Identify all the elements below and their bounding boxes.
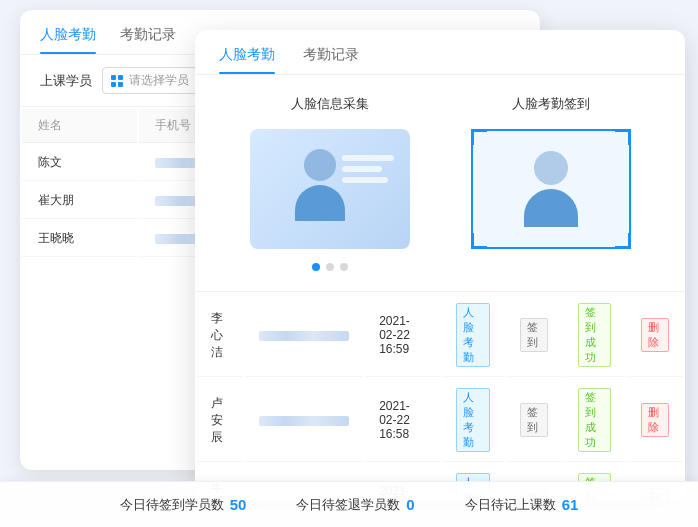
face-checkin-panel: 人脸考勤签到 <box>440 95 661 271</box>
checkin-title: 人脸考勤签到 <box>512 95 590 113</box>
grid-icon <box>111 75 123 87</box>
avatar-body <box>524 189 578 227</box>
stat-class-value: 61 <box>562 496 579 513</box>
col-name: 姓名 <box>22 109 137 143</box>
student-select[interactable]: 请选择学员 <box>102 67 198 94</box>
corner-tr <box>615 129 631 145</box>
id-line <box>342 155 394 161</box>
dots-indicator <box>312 263 348 271</box>
stat-signout-value: 0 <box>406 496 414 513</box>
front-tab-face[interactable]: 人脸考勤 <box>219 46 275 74</box>
avatar-head <box>304 149 336 181</box>
cell-action: 签到 <box>506 294 562 377</box>
stat-signout: 今日待签退学员数 0 <box>296 496 414 514</box>
front-table: 李心洁 2021-02-22 16:59 人脸考勤 签到 签到成功 删除 卢安辰… <box>195 292 685 500</box>
cell-action: 签到 <box>506 379 562 462</box>
footer: 今日待签到学员数 50 今日待签退学员数 0 今日待记上课数 61 <box>0 481 698 527</box>
stat-signout-label: 今日待签退学员数 <box>296 496 400 514</box>
face-collect-panel: 人脸信息采集 <box>219 95 440 271</box>
back-tab-record[interactable]: 考勤记录 <box>120 26 176 54</box>
table-row: 李心洁 2021-02-22 16:59 人脸考勤 签到 签到成功 删除 <box>197 294 683 377</box>
front-table-wrap: 李心洁 2021-02-22 16:59 人脸考勤 签到 签到成功 删除 卢安辰… <box>195 291 685 500</box>
cell-status: 签到成功 <box>564 379 625 462</box>
dot-inactive <box>326 263 334 271</box>
dot-inactive <box>340 263 348 271</box>
avatar-collect <box>290 149 350 229</box>
cell-time: 2021-02-22 16:59 <box>365 294 440 377</box>
cell-name: 卢安辰 <box>197 379 243 462</box>
corner-br <box>615 233 631 249</box>
stat-signin-value: 50 <box>230 496 247 513</box>
dot-active <box>312 263 320 271</box>
avatar-body <box>295 185 345 221</box>
avatar-checkin <box>524 151 578 227</box>
id-line <box>342 177 388 183</box>
cell-status: 签到成功 <box>564 294 625 377</box>
id-line <box>342 166 382 172</box>
collect-title: 人脸信息采集 <box>291 95 369 113</box>
cell-name: 王晓晓 <box>22 221 137 257</box>
back-tab-face[interactable]: 人脸考勤 <box>40 26 96 54</box>
main-container: 人脸考勤 考勤记录 上课学员 请选择学员 选择时间 姓名 手机号 考勤时间 <box>0 0 698 527</box>
stat-class-label: 今日待记上课数 <box>465 496 556 514</box>
corner-bl <box>471 233 487 249</box>
cell-name: 陈文 <box>22 145 137 181</box>
corner-tl <box>471 129 487 145</box>
cell-delete[interactable]: 删除 <box>627 379 683 462</box>
cell-method: 人脸考勤 <box>442 379 503 462</box>
cell-name: 李心洁 <box>197 294 243 377</box>
front-tab-record[interactable]: 考勤记录 <box>303 46 359 74</box>
cell-phone <box>245 379 363 462</box>
student-select-placeholder: 请选择学员 <box>129 72 189 89</box>
table-row: 卢安辰 2021-02-22 16:58 人脸考勤 签到 签到成功 删除 <box>197 379 683 462</box>
avatar-head <box>534 151 568 185</box>
front-card: 人脸考勤 考勤记录 人脸信息采集 <box>195 30 685 500</box>
toolbar-label: 上课学员 <box>40 72 92 90</box>
stat-signin-label: 今日待签到学员数 <box>120 496 224 514</box>
stat-class: 今日待记上课数 61 <box>465 496 579 514</box>
id-lines <box>342 155 394 183</box>
cell-method: 人脸考勤 <box>442 294 503 377</box>
cell-delete[interactable]: 删除 <box>627 294 683 377</box>
cell-phone <box>245 294 363 377</box>
cell-name: 崔大朋 <box>22 183 137 219</box>
front-tab-bar: 人脸考勤 考勤记录 <box>195 30 685 75</box>
stat-signin: 今日待签到学员数 50 <box>120 496 247 514</box>
face-section: 人脸信息采集 <box>195 75 685 291</box>
face-collect-card <box>250 129 410 249</box>
face-checkin-card <box>471 129 631 249</box>
cell-time: 2021-02-22 16:58 <box>365 379 440 462</box>
